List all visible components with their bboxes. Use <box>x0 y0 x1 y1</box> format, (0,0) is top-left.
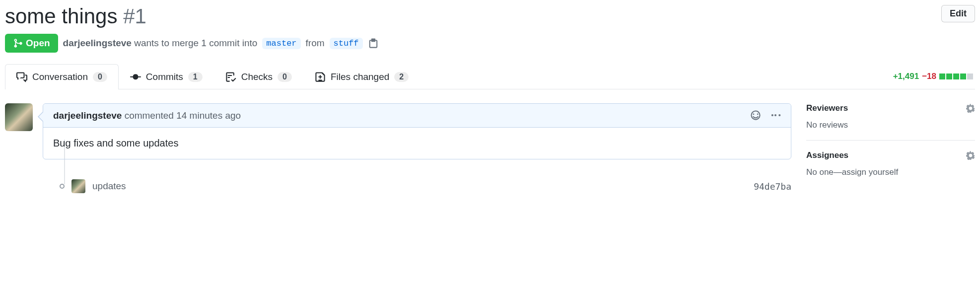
sidebar: Reviewers No reviews Assignees No one—as… <box>806 103 975 197</box>
tab-checks[interactable]: Checks 0 <box>214 64 303 89</box>
reaction-icon[interactable] <box>750 110 761 121</box>
sidebar-assignees: Assignees No one—assign yourself <box>806 150 975 187</box>
pr-title: some things #1 <box>5 5 146 28</box>
avatar[interactable] <box>5 103 33 131</box>
tab-checks-label: Checks <box>241 72 273 82</box>
tab-commits-label: Commits <box>146 72 183 82</box>
diff-stats: +1,491 −18 <box>893 72 975 81</box>
sidebar-reviewers: Reviewers No reviews <box>806 103 975 141</box>
reviewers-title: Reviewers <box>806 103 848 113</box>
comment-header: darjeelingsteve commented 14 minutes ago <box>43 104 791 128</box>
commit-sha[interactable]: 94de7ba <box>754 181 791 192</box>
title-block: some things #1 <box>5 5 146 28</box>
tab-commits[interactable]: Commits 1 <box>119 64 214 89</box>
comment-discussion-icon <box>16 72 27 82</box>
tabs: Conversation 0 Commits 1 Checks 0 Files … <box>5 64 975 89</box>
tab-conversation[interactable]: Conversation 0 <box>5 64 119 89</box>
main-column: darjeelingsteve commented 14 minutes ago… <box>5 103 791 197</box>
header-row: some things #1 Edit <box>5 5 975 28</box>
commit-message[interactable]: updates <box>92 181 126 192</box>
git-commit-icon <box>130 72 141 82</box>
merge-author[interactable]: darjeelingsteve <box>63 38 132 48</box>
comment-body: Bug fixes and some updates <box>43 128 791 159</box>
diff-deletions: −18 <box>922 72 936 81</box>
merge-text: darjeelingsteve wants to merge 1 commit … <box>63 38 258 49</box>
assignees-title: Assignees <box>806 150 848 160</box>
comment-item: darjeelingsteve commented 14 minutes ago… <box>5 103 791 159</box>
tab-files-count: 2 <box>394 72 409 82</box>
content-row: darjeelingsteve commented 14 minutes ago… <box>5 103 975 197</box>
copy-icon[interactable] <box>368 38 379 49</box>
base-branch[interactable]: master <box>262 38 300 49</box>
reviewers-body: No reviews <box>806 120 975 130</box>
merge-text-before: wants to merge 1 commit into <box>134 38 257 48</box>
comment-time[interactable]: 14 minutes ago <box>176 110 241 121</box>
tab-conversation-label: Conversation <box>32 72 88 82</box>
checklist-icon <box>225 72 236 82</box>
file-diff-icon <box>315 72 326 82</box>
merge-text-mid: from <box>306 38 325 49</box>
tab-commits-count: 1 <box>188 72 203 82</box>
comment-verb: commented <box>125 110 174 121</box>
gear-icon[interactable] <box>966 103 975 113</box>
assignees-prefix: No one— <box>806 167 842 177</box>
pr-number: #1 <box>123 4 146 28</box>
state-badge: Open <box>5 34 58 53</box>
comment-box: darjeelingsteve commented 14 minutes ago… <box>43 103 791 159</box>
commit-row: updates 94de7ba <box>60 179 791 193</box>
tab-files[interactable]: Files changed 2 <box>303 64 420 89</box>
state-label: Open <box>26 38 50 49</box>
meta-row: Open darjeelingsteve wants to merge 1 co… <box>5 34 975 53</box>
kebab-icon[interactable] <box>770 110 781 121</box>
comment-author[interactable]: darjeelingsteve <box>53 110 122 121</box>
pr-title-text: some things <box>5 4 117 28</box>
diff-additions: +1,491 <box>893 72 919 81</box>
avatar[interactable] <box>71 179 85 193</box>
gear-icon[interactable] <box>966 150 975 160</box>
tab-conversation-count: 0 <box>93 72 107 82</box>
diff-bar <box>939 73 973 79</box>
tab-checks-count: 0 <box>278 72 292 82</box>
commit-dot-icon <box>60 184 65 189</box>
comment-header-text: darjeelingsteve commented 14 minutes ago <box>53 110 241 121</box>
tab-files-label: Files changed <box>331 72 389 82</box>
head-branch[interactable]: stuff <box>330 38 363 49</box>
git-pull-request-icon <box>13 38 23 48</box>
edit-button[interactable]: Edit <box>941 5 975 22</box>
assignees-body: No one—assign yourself <box>806 167 975 177</box>
assign-yourself-link[interactable]: assign yourself <box>842 167 898 177</box>
